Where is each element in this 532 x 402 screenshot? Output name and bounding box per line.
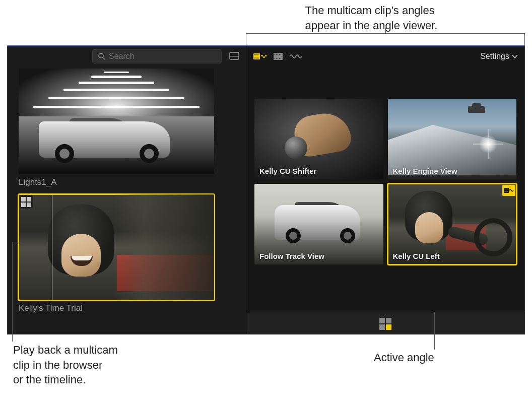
clip-label: Kelly's Time Trial <box>19 303 246 313</box>
settings-menu[interactable]: Settings <box>480 52 517 61</box>
angle-cell-active[interactable]: Kelly CU Left <box>388 184 517 264</box>
angle-label: Kelly CU Left <box>393 252 440 260</box>
clip-thumbnail[interactable] <box>19 69 214 174</box>
active-angle-badge-icon <box>502 185 515 196</box>
callout-connector-left <box>12 242 13 342</box>
chevron-down-icon <box>512 55 517 58</box>
svg-rect-29 <box>507 189 507 189</box>
callout-right: Active angle <box>374 351 434 364</box>
callout-top-l2: appear in the angle viewer. <box>305 19 438 32</box>
callout-top: The multicam clip's angles appear in the… <box>0 0 532 33</box>
switch-video-only-icon[interactable] <box>274 52 283 60</box>
angle-viewer-panel: Settings Kelly CU Shifter Kelly Engine V… <box>246 46 524 334</box>
svg-rect-22 <box>276 58 277 59</box>
svg-line-1 <box>103 57 105 59</box>
svg-rect-31 <box>505 191 505 192</box>
viewer-footer <box>246 313 524 334</box>
angle-grid: Kelly CU Shifter Kelly Engine View Follo… <box>246 66 524 313</box>
search-input[interactable] <box>109 52 216 61</box>
svg-rect-7 <box>256 54 257 55</box>
switch-mode-group <box>253 52 303 60</box>
callout-left-l3: or the timeline. <box>13 373 86 386</box>
svg-rect-14 <box>258 58 259 59</box>
angle-label: Follow Track View <box>259 252 324 260</box>
svg-rect-25 <box>281 58 281 59</box>
svg-rect-13 <box>257 58 258 59</box>
svg-rect-33 <box>507 191 507 192</box>
browser-clip[interactable]: Lights1_A <box>19 69 246 187</box>
angle-cell[interactable]: Follow Track View <box>254 184 383 264</box>
callout-left: Play back a multicam clip in the browser… <box>13 343 144 387</box>
browser-panel: Lights1_A Kelly's Time Trial <box>8 46 246 334</box>
callout-connector-right <box>434 312 435 350</box>
callout-top-l1: The multicam clip's angles <box>305 4 435 17</box>
svg-point-0 <box>99 53 103 58</box>
search-icon <box>98 52 106 60</box>
svg-rect-8 <box>257 54 258 55</box>
svg-rect-20 <box>281 54 281 55</box>
svg-rect-18 <box>278 54 278 55</box>
svg-rect-11 <box>255 58 256 59</box>
svg-rect-10 <box>254 58 255 59</box>
svg-rect-9 <box>258 54 259 55</box>
svg-rect-3 <box>230 56 239 56</box>
angle-cell[interactable]: Kelly CU Shifter <box>254 99 383 179</box>
settings-label: Settings <box>480 52 509 61</box>
app-frame: Lights1_A Kelly's Time Trial <box>7 45 525 334</box>
clip-appearance-button[interactable] <box>227 49 242 63</box>
viewer-toolbar: Settings <box>246 46 524 66</box>
svg-rect-34 <box>508 191 508 192</box>
angle-layout-button[interactable] <box>379 318 391 330</box>
svg-rect-16 <box>275 54 275 55</box>
callout-left-l2: clip in the browser <box>13 359 102 371</box>
svg-rect-27 <box>505 189 505 189</box>
switch-video-audio-icon[interactable] <box>253 52 267 60</box>
clip-label: Lights1_A <box>19 177 246 187</box>
playhead[interactable] <box>52 194 52 300</box>
svg-rect-4 <box>253 53 260 59</box>
svg-rect-32 <box>506 191 506 192</box>
svg-rect-30 <box>508 189 508 189</box>
callout-left-l1: Play back a multicam <box>13 344 118 356</box>
angle-cell[interactable]: Kelly Engine View <box>388 99 517 179</box>
browser-toolbar <box>8 46 246 66</box>
browser-multicam-clip[interactable]: Kelly's Time Trial <box>19 194 246 313</box>
search-field[interactable] <box>92 49 222 63</box>
multicam-badge-icon <box>20 195 33 209</box>
angle-label: Kelly Engine View <box>393 167 457 175</box>
clip-thumbnail-selected[interactable] <box>19 194 214 300</box>
svg-rect-19 <box>279 54 280 55</box>
svg-rect-24 <box>279 58 280 59</box>
clip-list: Lights1_A Kelly's Time Trial <box>8 66 246 334</box>
svg-rect-17 <box>276 54 277 55</box>
svg-rect-21 <box>275 58 275 59</box>
svg-rect-28 <box>506 189 506 189</box>
svg-rect-5 <box>254 54 255 55</box>
svg-rect-6 <box>255 54 256 55</box>
switch-audio-only-icon[interactable] <box>290 53 303 60</box>
callout-connector-top <box>246 33 525 45</box>
angle-label: Kelly CU Shifter <box>259 167 316 175</box>
svg-rect-23 <box>278 58 278 59</box>
svg-rect-12 <box>256 58 257 59</box>
